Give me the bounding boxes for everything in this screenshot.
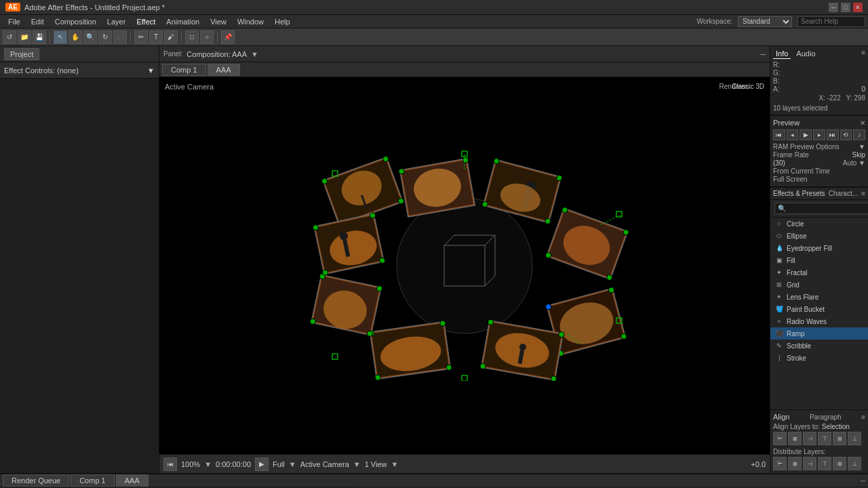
close-button[interactable]: ✕ bbox=[853, 3, 863, 12]
right-panel: Info Audio ≡ R: G: B: A: bbox=[770, 46, 868, 473]
toolbar-rect-button[interactable]: □ bbox=[185, 30, 199, 44]
menu-file[interactable]: File bbox=[3, 18, 26, 26]
effect-fractal[interactable]: ✦ Fractal bbox=[770, 266, 868, 279]
align-center-v-button[interactable]: ⊞ bbox=[833, 432, 846, 445]
align-menu-button[interactable]: ≡ bbox=[861, 413, 865, 421]
ram-preview-dropdown[interactable]: ▼ bbox=[859, 143, 865, 150]
toolbar-select-button[interactable]: ↖ bbox=[54, 30, 67, 44]
effect-stroke[interactable]: ∣ Stroke bbox=[770, 352, 868, 364]
effects-search-bar bbox=[770, 200, 868, 218]
toolbar-pen-button[interactable]: ✏ bbox=[134, 30, 148, 44]
toolbar-save-button[interactable]: 💾 bbox=[33, 30, 46, 44]
distribute-right-button[interactable]: ⊣ bbox=[803, 457, 816, 470]
effect-eyedropper[interactable]: 💧 Eyedropper Fill bbox=[770, 242, 868, 254]
viewer-quality-label: Full bbox=[273, 460, 285, 468]
toolbar-zoom-button[interactable]: 🔍 bbox=[83, 30, 97, 44]
effect-paint-bucket[interactable]: 🪣 Paint Bucket bbox=[770, 303, 868, 315]
distribute-top-button[interactable]: ⊤ bbox=[818, 457, 831, 470]
effect-radio-waves[interactable]: ≈ Radio Waves bbox=[770, 315, 868, 327]
effect-ellipse[interactable]: ⬭ Ellipse bbox=[770, 230, 868, 242]
effects-header: Effects & Presets Charact... ≡ bbox=[770, 188, 868, 200]
info-g-row: G: bbox=[773, 69, 865, 77]
toolbar-new-button[interactable]: ↺ bbox=[3, 30, 16, 44]
align-bottom-button[interactable]: ⊥ bbox=[848, 432, 861, 445]
preview-loop-button[interactable]: ⟲ bbox=[840, 129, 852, 140]
viewer-quality-dropdown[interactable]: ▼ bbox=[289, 460, 296, 468]
menu-edit[interactable]: Edit bbox=[26, 18, 50, 26]
b-label: B: bbox=[773, 77, 779, 85]
info-panel-menu[interactable]: ≡ bbox=[861, 49, 865, 59]
tl-tab-render-queue[interactable]: Render Queue bbox=[3, 474, 69, 487]
align-left-button[interactable]: ⊢ bbox=[773, 432, 787, 445]
effect-ramp[interactable]: ⬛ Ramp bbox=[770, 327, 868, 340]
menu-effect[interactable]: Effect bbox=[131, 18, 161, 26]
fps-number: (30) bbox=[773, 159, 785, 167]
viewer-time-offset: +0.0 bbox=[751, 460, 766, 468]
resolution-dropdown[interactable]: Auto ▼ bbox=[843, 159, 865, 167]
distribute-center-h-button[interactable]: ⊠ bbox=[788, 457, 802, 470]
effect-controls-dropdown[interactable]: ▼ bbox=[147, 66, 155, 75]
viewer-camera-dropdown[interactable]: ▼ bbox=[353, 460, 361, 468]
toolbar-rotate-button[interactable]: ↻ bbox=[98, 30, 112, 44]
toolbar-brush-button[interactable]: 🖌 bbox=[164, 30, 178, 44]
toolbar-camera-button[interactable]: 🎥 bbox=[113, 30, 127, 44]
align-right-button[interactable]: ⊣ bbox=[803, 432, 816, 445]
comp-toolbar: Panel: Composition: AAA ▼ ─ bbox=[159, 46, 770, 62]
align-center-h-button[interactable]: ⊠ bbox=[788, 432, 802, 445]
tl-tab-comp1[interactable]: Comp 1 bbox=[71, 474, 115, 487]
align-top-button[interactable]: ⊤ bbox=[818, 432, 831, 445]
comp-tab-aaa[interactable]: AAA bbox=[208, 64, 240, 76]
info-tab-info[interactable]: Info bbox=[773, 49, 791, 59]
preview-label: Preview bbox=[773, 119, 800, 127]
distribute-bottom-button[interactable]: ⊥ bbox=[848, 457, 861, 470]
menu-view[interactable]: View bbox=[205, 18, 232, 26]
effects-search-input[interactable] bbox=[774, 203, 868, 214]
menu-layer[interactable]: Layer bbox=[102, 18, 132, 26]
preview-audio-button[interactable]: ♪ bbox=[853, 129, 865, 140]
preview-last-button[interactable]: ⏭ bbox=[827, 129, 839, 140]
maximize-button[interactable]: □ bbox=[841, 3, 850, 12]
preview-prev-button[interactable]: ◂ bbox=[787, 129, 799, 140]
toolbar-separator-1 bbox=[50, 31, 50, 43]
viewer-view-dropdown[interactable]: ▼ bbox=[391, 460, 399, 468]
search-help-input[interactable] bbox=[797, 16, 865, 27]
toolbar-ellipse-button[interactable]: ○ bbox=[200, 30, 214, 44]
preview-next-button[interactable]: ▸ bbox=[813, 129, 825, 140]
distribute-left-button[interactable]: ⊢ bbox=[773, 457, 787, 470]
distribute-center-v-button[interactable]: ⊞ bbox=[833, 457, 846, 470]
preview-collapse[interactable]: ✕ bbox=[860, 119, 865, 127]
effect-radio-waves-label: Radio Waves bbox=[787, 318, 827, 325]
menu-help[interactable]: Help bbox=[269, 18, 296, 26]
viewer-first-frame-button[interactable]: ⏮ bbox=[163, 458, 177, 471]
menu-composition[interactable]: Composition bbox=[50, 18, 102, 26]
effect-ramp-icon: ⬛ bbox=[774, 329, 784, 338]
minimize-button[interactable]: ─ bbox=[829, 3, 838, 12]
toolbar-text-button[interactable]: T bbox=[149, 30, 163, 44]
viewer-zoom-dropdown[interactable]: ▼ bbox=[204, 460, 212, 468]
comp-toolbar-collapse[interactable]: ─ bbox=[760, 50, 766, 58]
comp-tabs-bar: Comp 1 AAA bbox=[159, 62, 770, 77]
effects-character-tab[interactable]: Charact... bbox=[829, 190, 858, 197]
effects-menu-button[interactable]: ≡ bbox=[861, 190, 865, 197]
effect-circle[interactable]: ○ Circle bbox=[770, 218, 868, 230]
toolbar-hand-button[interactable]: ✋ bbox=[68, 30, 82, 44]
viewer-play-button[interactable]: ▶ bbox=[255, 458, 269, 471]
effect-lens-flare[interactable]: ✴ Lens Flare bbox=[770, 291, 868, 303]
toolbar-pin-button[interactable]: 📌 bbox=[221, 30, 235, 44]
comp-tab-comp1[interactable]: Comp 1 bbox=[162, 64, 206, 76]
project-panel-tab[interactable]: Project bbox=[4, 48, 39, 60]
effect-scribble[interactable]: ✎ Scribble bbox=[770, 340, 868, 352]
timeline-expand[interactable]: ─ bbox=[861, 477, 865, 485]
menu-animation[interactable]: Animation bbox=[161, 18, 205, 26]
toolbar-open-button[interactable]: 📁 bbox=[18, 30, 31, 44]
preview-play-button[interactable]: ▶ bbox=[800, 129, 812, 140]
menu-window[interactable]: Window bbox=[232, 18, 269, 26]
effect-grid[interactable]: ⊞ Grid bbox=[770, 279, 868, 291]
workspace-selector[interactable]: Standard bbox=[738, 16, 792, 27]
fps-value: Skip bbox=[852, 151, 865, 159]
info-tab-audio[interactable]: Audio bbox=[793, 49, 818, 59]
preview-first-button[interactable]: ⏮ bbox=[773, 129, 785, 140]
comp-toolbar-dropdown[interactable]: ▼ bbox=[251, 50, 258, 58]
tl-tab-aaa[interactable]: AAA bbox=[116, 474, 149, 487]
effect-fill[interactable]: ▣ Fill bbox=[770, 254, 868, 266]
